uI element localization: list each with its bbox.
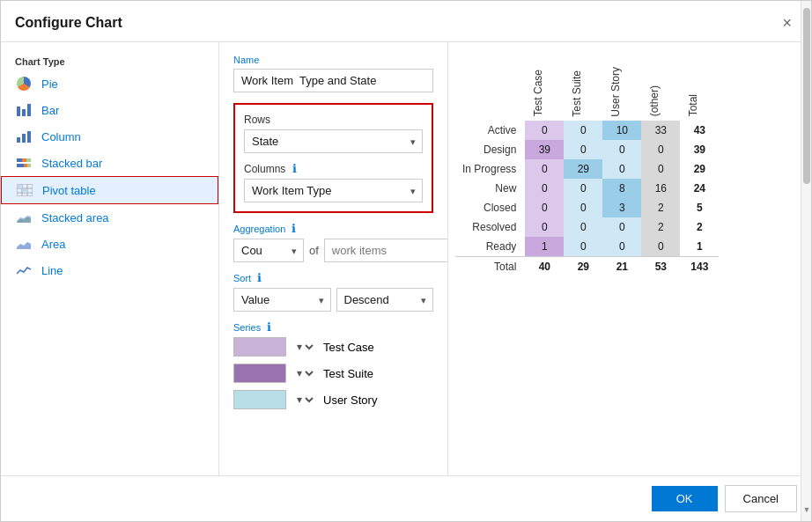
columns-info-icon[interactable]: ℹ <box>292 162 297 175</box>
series-dropdown-1[interactable]: ▾ <box>293 366 316 380</box>
pivot-cell-3-0: 0 <box>525 179 564 198</box>
chart-type-column-label: Column <box>41 130 81 143</box>
aggregation-func-select[interactable]: Cou <box>233 239 304 262</box>
col-header-2: User Story <box>602 60 641 121</box>
svg-rect-3 <box>17 137 20 143</box>
pivot-total-cell-0: 40 <box>525 256 564 276</box>
pivot-row-header-1: Design <box>455 140 525 159</box>
cancel-button[interactable]: Cancel <box>725 485 797 512</box>
svg-rect-4 <box>22 134 26 143</box>
columns-select-wrapper: Work Item Type ▾ <box>244 179 423 202</box>
stacked-bar-icon <box>15 156 33 170</box>
chart-type-stacked-area[interactable]: Stacked area <box>1 204 218 231</box>
col-header-4: Total <box>680 60 719 121</box>
chart-type-area-label: Area <box>41 238 65 251</box>
aggregation-info-icon[interactable]: ℹ <box>292 222 296 235</box>
series-color-2 <box>233 390 286 409</box>
aggregation-func-wrapper: Cou ▾ <box>233 239 304 262</box>
chart-type-pie-label: Pie <box>41 77 58 91</box>
svg-rect-7 <box>22 158 26 162</box>
rows-label: Rows <box>244 114 423 126</box>
series-item-1: ▾ Test Suite <box>233 364 433 383</box>
pivot-cell-1-4: 39 <box>680 140 719 159</box>
ok-button[interactable]: OK <box>652 486 718 511</box>
pivot-cell-5-3: 2 <box>641 217 680 237</box>
bar-icon <box>15 103 33 117</box>
aggregation-row: Cou ▾ of <box>233 239 433 262</box>
columns-label: Columns ℹ <box>244 162 423 175</box>
line-icon <box>15 263 33 277</box>
series-dropdown-2[interactable]: ▾ <box>293 393 316 407</box>
svg-rect-17 <box>18 185 22 188</box>
pivot-cell-1-0: 39 <box>525 140 564 159</box>
chart-type-line[interactable]: Line <box>1 257 218 283</box>
series-info-icon[interactable]: ℹ <box>267 320 271 334</box>
series-color-1 <box>233 364 286 383</box>
series-name-2: User Story <box>323 393 377 407</box>
sort-direction-select[interactable]: Descend <box>336 288 434 312</box>
pivot-cell-1-2: 0 <box>602 140 641 159</box>
dialog-title: Configure Chart <box>15 15 122 31</box>
pivot-row-header-4: Closed <box>455 198 525 217</box>
dialog-body: Chart Type Pie Bar Column <box>1 42 811 475</box>
chart-type-pivot-label: Pivot table <box>42 184 96 197</box>
rows-select[interactable]: State <box>244 129 423 153</box>
series-name-0: Test Case <box>323 341 374 354</box>
series-item-2: ▾ User Story <box>233 390 433 409</box>
aggregation-items-input[interactable] <box>324 239 448 262</box>
chart-type-column[interactable]: Column <box>1 123 218 150</box>
pivot-total-cell-1: 29 <box>564 256 602 276</box>
chart-type-stacked-bar[interactable]: Stacked bar <box>1 150 218 176</box>
aggregation-label: Aggregation ℹ <box>233 222 433 235</box>
sort-direction-wrapper: Descend ▾ <box>336 288 434 312</box>
pivot-cell-1-3: 0 <box>641 140 680 159</box>
pivot-icon <box>16 183 33 197</box>
svg-marker-21 <box>17 242 31 249</box>
svg-rect-9 <box>17 164 24 167</box>
scrollbar-track[interactable]: ▼ <box>801 42 811 475</box>
pivot-cell-4-1: 0 <box>564 198 602 217</box>
sort-info-icon[interactable]: ℹ <box>257 271 262 284</box>
chart-type-label: Chart Type <box>1 51 218 70</box>
pivot-cell-0-4: 43 <box>680 121 719 140</box>
stacked-area-icon <box>15 210 33 224</box>
series-name-1: Test Suite <box>323 367 373 380</box>
chart-type-line-label: Line <box>41 264 63 277</box>
name-input[interactable] <box>233 69 433 92</box>
pivot-cell-1-1: 0 <box>564 140 602 159</box>
pivot-cell-4-4: 5 <box>680 198 719 217</box>
pivot-cell-2-0: 0 <box>525 159 564 179</box>
sort-label: Sort ℹ <box>233 271 433 284</box>
pivot-cell-2-2: 0 <box>602 159 641 179</box>
pivot-row-header-0: Active <box>455 121 525 140</box>
svg-marker-20 <box>17 216 31 223</box>
close-button[interactable]: × <box>777 13 797 33</box>
scrollbar-thumb[interactable] <box>803 42 810 184</box>
pivot-cell-0-1: 0 <box>564 121 602 140</box>
pivot-cell-2-4: 29 <box>680 159 719 179</box>
pivot-row-header-2: In Progress <box>455 159 525 179</box>
column-icon <box>15 129 33 143</box>
col-header-3: (other) <box>641 60 680 121</box>
chart-type-bar[interactable]: Bar <box>1 97 218 123</box>
chart-type-pie[interactable]: Pie <box>1 70 218 97</box>
dialog-header: Configure Chart × <box>1 1 811 42</box>
chart-type-pivot-table[interactable]: Pivot table <box>1 176 218 204</box>
pivot-total-cell-2: 21 <box>602 256 641 276</box>
chart-type-stacked-area-label: Stacked area <box>41 211 109 224</box>
chart-type-stacked-bar-label: Stacked bar <box>41 157 102 170</box>
svg-rect-18 <box>23 189 27 193</box>
pivot-cell-4-0: 0 <box>525 198 564 217</box>
col-header-1: Test Suite <box>564 60 602 121</box>
sort-row: Value ▾ Descend ▾ <box>233 288 433 312</box>
sort-field-select[interactable]: Value <box>233 288 331 312</box>
svg-rect-11 <box>27 164 31 167</box>
pivot-cell-3-1: 0 <box>564 179 602 198</box>
pivot-cell-3-3: 16 <box>641 179 680 198</box>
chart-type-area[interactable]: Area <box>1 231 218 257</box>
series-dropdown-0[interactable]: ▾ <box>293 340 316 354</box>
series-label: Series ℹ <box>233 320 433 334</box>
pivot-cell-6-4: 1 <box>680 237 719 257</box>
sort-field-wrapper: Value ▾ <box>233 288 331 312</box>
columns-select[interactable]: Work Item Type <box>244 179 423 202</box>
